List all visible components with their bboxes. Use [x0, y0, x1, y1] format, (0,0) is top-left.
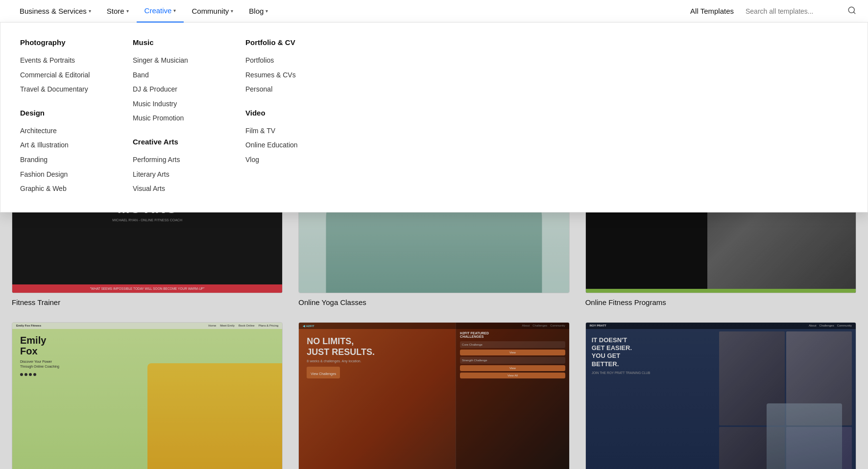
nav-label-creative: Creative — [145, 6, 172, 15]
chevron-down-icon: ▾ — [231, 8, 233, 14]
chevron-down-icon: ▾ — [126, 8, 129, 14]
dropdown-col-portfolio: Portfolio & CV Portfolios Resumes & CVs … — [245, 38, 329, 196]
nav-items: Business & Services ▾ Store ▾ Creative ▾… — [12, 0, 690, 23]
dropdown-item-music-promo[interactable]: Music Promotion — [133, 111, 216, 126]
nav-label-community: Community — [192, 7, 229, 15]
dropdown-item-portfolios[interactable]: Portfolios — [245, 53, 329, 68]
dropdown-item-band[interactable]: Band — [133, 68, 216, 83]
nav-label-business: Business & Services — [20, 7, 87, 15]
search-input[interactable] — [746, 7, 844, 15]
dropdown-item-commercial[interactable]: Commercial & Editorial — [20, 68, 103, 83]
dropdown-header-design: Design — [20, 109, 103, 117]
dropdown-item-visual[interactable]: Visual Arts — [133, 182, 216, 196]
nav-item-community[interactable]: Community ▾ — [184, 0, 241, 23]
all-templates-link[interactable]: All Templates — [690, 7, 734, 15]
dropdown-item-singer[interactable]: Singer & Musician — [133, 53, 216, 68]
dropdown-item-graphic[interactable]: Graphic & Web — [20, 182, 103, 196]
dropdown-item-resumes[interactable]: Resumes & CVs — [245, 68, 329, 83]
dropdown-header-portfolio: Portfolio & CV — [245, 38, 329, 47]
dropdown-header-creative-arts: Creative Arts — [133, 138, 216, 146]
dropdown-item-vlog[interactable]: Vlog — [245, 153, 329, 167]
dropdown-col-photography: Photography Events & Portraits Commercia… — [20, 38, 103, 196]
nav-right: All Templates — [690, 6, 856, 17]
dropdown-item-dj[interactable]: DJ & Producer — [133, 82, 216, 97]
chevron-down-icon: ▾ — [265, 8, 268, 14]
nav-label-store: Store — [107, 7, 124, 15]
dropdown-header-video: Video — [245, 109, 329, 117]
nav-label-blog: Blog — [249, 7, 264, 15]
dropdown-item-fashion[interactable]: Fashion Design — [20, 167, 103, 182]
nav-item-creative[interactable]: Creative ▾ — [137, 0, 184, 23]
dropdown-header-music: Music — [133, 38, 216, 47]
svg-line-1 — [853, 12, 855, 13]
search-icon[interactable] — [847, 6, 856, 17]
dropdown-item-branding[interactable]: Branding — [20, 153, 103, 167]
chevron-down-icon: ▾ — [89, 8, 91, 14]
dropdown-col-music: Music Singer & Musician Band DJ & Produc… — [133, 38, 216, 196]
search-container — [746, 6, 856, 17]
dropdown-item-architecture[interactable]: Architecture — [20, 124, 103, 139]
dropdown-item-travel[interactable]: Travel & Documentary — [20, 82, 103, 97]
dropdown-item-art[interactable]: Art & Illustration — [20, 138, 103, 153]
dropdown-item-music-industry[interactable]: Music Industry — [133, 97, 216, 112]
dropdown-item-personal[interactable]: Personal — [245, 82, 329, 97]
dropdown-item-literary[interactable]: Literary Arts — [133, 167, 216, 182]
dropdown-item-performing[interactable]: Performing Arts — [133, 153, 216, 167]
nav-item-blog[interactable]: Blog ▾ — [241, 0, 276, 23]
dropdown-item-events[interactable]: Events & Portraits — [20, 53, 103, 68]
dropdown-header-photography: Photography — [20, 38, 103, 47]
nav-item-business[interactable]: Business & Services ▾ — [12, 0, 99, 23]
nav-item-store[interactable]: Store ▾ — [99, 0, 137, 23]
dropdown-item-online-edu[interactable]: Online Education — [245, 138, 329, 153]
chevron-down-icon: ▾ — [173, 8, 176, 13]
dropdown-item-film[interactable]: Film & TV — [245, 124, 329, 139]
nav-bar: Business & Services ▾ Store ▾ Creative ▾… — [0, 0, 868, 23]
mega-dropdown: Photography Events & Portraits Commercia… — [0, 23, 868, 212]
